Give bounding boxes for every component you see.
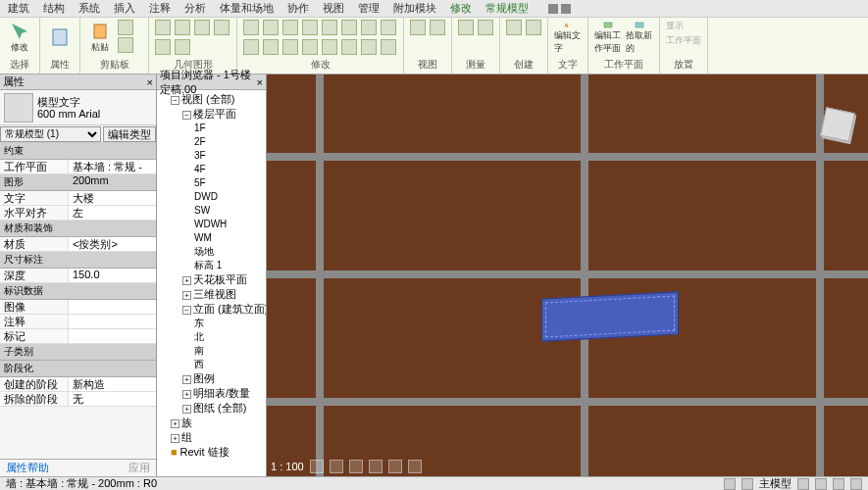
apply-button[interactable]: 应用 — [128, 461, 150, 475]
geom-tool[interactable] — [175, 20, 190, 35]
prop-row[interactable]: 拆除的阶段无 — [0, 392, 156, 407]
collapse-icon[interactable]: − — [182, 111, 191, 120]
detail-level-icon[interactable] — [310, 460, 324, 473]
paste-button[interactable]: 粘贴 — [86, 20, 114, 55]
tree-floorplans[interactable]: −楼层平面 1F2F3F4F5FDWDSWWDWHWM场地标高 1 — [182, 107, 264, 272]
geom-tool[interactable] — [155, 20, 171, 35]
status-icon[interactable] — [833, 478, 844, 490]
instance-selector[interactable]: 常规模型 (1) — [0, 126, 101, 142]
geom-tool[interactable] — [214, 20, 230, 35]
close-icon[interactable]: × — [147, 76, 153, 88]
expand-icon[interactable]: + — [182, 276, 191, 285]
prop-value[interactable]: 无 — [69, 392, 156, 406]
tree-floor-item[interactable]: 5F — [194, 176, 264, 190]
tree-elev-item[interactable]: 东 — [194, 317, 264, 330]
menu-generic[interactable]: 常规模型 — [485, 1, 529, 16]
tree-floor-item[interactable]: 场地 — [194, 245, 264, 259]
measure-tool[interactable] — [458, 20, 474, 35]
menu-sys[interactable]: 系统 — [78, 1, 100, 16]
modify-tool-button[interactable]: 修改 — [6, 20, 33, 55]
prop-row[interactable]: 水平对齐左 — [0, 206, 156, 220]
modify-tool[interactable] — [302, 20, 318, 35]
prop-section-header[interactable]: 标识数据 — [0, 283, 156, 300]
modify-tool[interactable] — [361, 39, 377, 55]
modify-tool[interactable] — [282, 20, 298, 35]
tree-floor-item[interactable]: DWD — [194, 190, 264, 204]
tree-root[interactable]: −视图 (全部) −楼层平面 1F2F3F4F5FDWDSWWDWHWM场地标高… — [171, 92, 264, 416]
tree-floor-item[interactable]: WDWH — [194, 218, 264, 231]
pick-new-button[interactable]: 拾取新的 — [626, 20, 653, 55]
modify-tool[interactable] — [322, 20, 337, 35]
menu-struct[interactable]: 结构 — [43, 1, 65, 16]
prop-value[interactable] — [69, 300, 156, 314]
filter-icon[interactable] — [850, 478, 862, 490]
menu-analyze[interactable]: 分析 — [184, 1, 206, 16]
show-button[interactable]: 显示 — [666, 20, 684, 32]
tree-grp[interactable]: +组 — [171, 430, 264, 445]
menu-arch[interactable]: 建筑 — [8, 1, 29, 16]
properties-help-link[interactable]: 属性帮助 — [6, 461, 49, 475]
prop-value[interactable]: <按类别> — [69, 237, 156, 251]
expand-icon[interactable]: + — [182, 405, 191, 414]
prop-section-header[interactable]: 材质和装饰 — [0, 220, 156, 237]
prop-row[interactable]: 创建的阶段新构造 — [0, 377, 156, 392]
menu-view[interactable]: 视图 — [323, 1, 344, 16]
join-cut-button[interactable] — [118, 37, 133, 53]
modify-tool[interactable] — [282, 39, 298, 55]
tree-floor-item[interactable]: 2F — [194, 135, 264, 149]
menu-manage[interactable]: 管理 — [358, 1, 380, 16]
tree-link[interactable]: ■ Revit 链接 — [171, 445, 264, 460]
tree-fam[interactable]: +族 — [171, 416, 264, 430]
prop-row[interactable]: 标记 — [0, 329, 156, 344]
expand-icon[interactable]: + — [182, 390, 191, 399]
tree-sheets[interactable]: +图纸 (全部) — [182, 401, 264, 416]
tree-sched[interactable]: +明细表/数量 — [182, 386, 264, 401]
tree-elev-item[interactable]: 北 — [194, 330, 264, 344]
menu-anno[interactable]: 注释 — [149, 1, 171, 16]
prop-section-header[interactable]: 阶段化 — [0, 361, 156, 377]
type-selector[interactable]: 模型文字 600 mm Arial — [0, 90, 156, 125]
geom-tool[interactable] — [155, 39, 171, 55]
prop-row[interactable]: 文字大楼 — [0, 191, 156, 206]
3d-viewport[interactable]: 1 : 100 — [267, 74, 868, 476]
modify-tool[interactable] — [361, 20, 377, 35]
create-tool[interactable] — [506, 20, 522, 35]
tree-floor-item[interactable]: 1F — [194, 122, 264, 135]
prop-row[interactable]: 工作平面基本墙 : 常规 - 200mm — [0, 160, 156, 174]
crop-icon[interactable] — [388, 460, 402, 473]
status-model[interactable]: 主模型 — [759, 476, 791, 490]
status-icon[interactable] — [815, 478, 827, 490]
selected-model-text[interactable] — [541, 295, 679, 354]
modify-tool[interactable] — [263, 20, 279, 35]
expand-icon[interactable]: + — [182, 375, 191, 384]
prop-value[interactable] — [69, 315, 156, 328]
tree-floor-item[interactable]: 4F — [194, 163, 264, 176]
modify-tool[interactable] — [341, 39, 357, 55]
status-icon[interactable] — [724, 478, 736, 490]
prop-row[interactable]: 材质<按类别> — [0, 237, 156, 252]
status-icon[interactable] — [741, 478, 753, 490]
modify-tool[interactable] — [302, 39, 318, 55]
modify-tool[interactable] — [341, 20, 357, 35]
tree-3d[interactable]: +三维视图 — [182, 287, 264, 302]
workplane-place[interactable]: 工作平面 — [666, 34, 701, 47]
menu-mass[interactable]: 体量和场地 — [220, 1, 274, 16]
prop-row[interactable]: 注释 — [0, 315, 156, 329]
view-tool[interactable] — [410, 20, 426, 35]
prop-row[interactable]: 深度150.0 — [0, 269, 156, 283]
view-tool[interactable] — [430, 20, 445, 35]
shadows-icon[interactable] — [369, 460, 383, 473]
collapse-icon[interactable]: − — [182, 306, 191, 315]
tree-ceiling[interactable]: +天花板平面 — [182, 272, 264, 287]
qat-icon[interactable] — [548, 4, 558, 14]
collapse-icon[interactable]: − — [171, 96, 179, 105]
tree-floor-item[interactable]: SW — [194, 204, 264, 218]
prop-section-header[interactable]: 约束 — [0, 143, 156, 160]
tree-elev-item[interactable]: 南 — [194, 344, 264, 358]
modify-tool[interactable] — [381, 20, 396, 35]
menu-modify[interactable]: 修改 — [450, 1, 472, 16]
properties-button[interactable] — [46, 20, 74, 55]
menu-addin[interactable]: 附加模块 — [393, 1, 436, 16]
scale-control[interactable]: 1 : 100 — [271, 461, 304, 472]
prop-value[interactable]: 新构造 — [69, 377, 156, 391]
